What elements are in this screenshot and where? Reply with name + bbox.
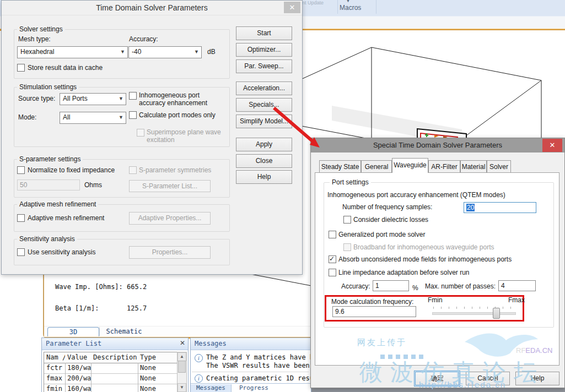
par-sweep-button[interactable]: Par. Sweep... [236,59,292,73]
sensitivity-checkbox[interactable] [17,248,25,256]
info-icon: i [195,374,203,383]
sparam-symmetries-checkbox [129,166,137,174]
message-line: The VSWR results have been succ [206,362,311,369]
info-icon: i [195,354,203,362]
apply-button[interactable]: Apply [236,138,292,151]
table-cell[interactable]: None [138,363,180,374]
close-icon[interactable]: ✕ [542,139,562,152]
start-button[interactable]: Start [236,26,292,40]
tab-waveguide[interactable]: Waveguide [392,158,428,173]
table-cell[interactable]: fmin [44,384,66,392]
chevron-down-icon: ▼ [119,112,123,122]
close-icon[interactable]: ✕ [284,2,300,13]
tab-material[interactable]: Material [460,160,487,172]
messages-title: Messages [195,340,227,347]
cancel-button[interactable]: Cancel [466,372,510,385]
calculate-port-modes-checkbox[interactable] [129,111,137,119]
calculate-port-modes-label: Calculate port modes only [139,111,216,119]
accuracy-select[interactable]: -40 ▼ [128,46,202,58]
table-cell[interactable]: None [138,384,180,392]
fmin-label: Fmin [428,296,443,304]
dialog-titlebar: Special Time Domain Solver Parameters [311,138,564,153]
mode-info-line: Beta [1/m]: 125.7 [55,305,163,312]
source-type-select[interactable]: All Ports ▼ [60,93,126,105]
mode-info-line: Wave Imp. [Ohms]: 665.2 [55,284,163,291]
adaptive-mesh-label: Adaptive mesh refinement [28,214,104,222]
group-label: Sensitivity analysis [17,235,77,243]
tab-solver[interactable]: Solver [487,160,511,172]
parameter-list-header[interactable]: Parameter List ✕ [42,338,188,350]
scroll-up-icon[interactable]: ▲ [177,352,186,361]
superimpose-checkbox [137,129,144,137]
adaptive-mesh-checkbox[interactable] [17,214,25,222]
table-cell[interactable] [91,373,138,384]
mode-select[interactable]: All ▼ [60,112,126,124]
qtem-label: Inhomogeneous port accuracy enhancement … [327,191,505,199]
col-header-value[interactable]: Value [65,352,92,363]
table-cell[interactable]: fctr [44,363,66,374]
scrollbar[interactable]: ▲ ▼ [177,352,187,392]
dialog-title: Special Time Domain Solver Parameters [311,138,564,153]
simplify-model-button[interactable]: Simplify Model... [236,115,292,128]
scroll-down-icon[interactable]: ▼ [177,383,186,392]
ribbon-partial-label: nt Update [302,0,324,6]
mesh-type-label: Mesh type: [18,35,51,43]
tab-schematic[interactable]: Schematic [99,327,148,336]
scroll-thumb[interactable] [178,361,186,373]
col-header-description[interactable]: Description [91,352,138,363]
table-cell[interactable] [91,363,138,374]
generalized-port-label: Generalized port mode solver [338,231,425,238]
mesh-type-select[interactable]: Hexahedral ▼ [17,46,128,58]
frequency-slider-track[interactable] [432,312,516,315]
tab-messages[interactable]: Messages [191,384,232,392]
ribbon-group-macros[interactable]: Macros [340,4,361,12]
parameter-list-title: Parameter List [46,340,101,347]
close-button[interactable]: Close [236,154,292,168]
impedance-input: 50 [17,179,80,190]
frequency-slider-thumb[interactable] [493,308,500,319]
acceleration-button[interactable]: Acceleration... [236,81,292,95]
group-label: Solver settings [17,25,65,33]
tab-progress[interactable]: Progress [234,384,274,392]
line-impedance-checkbox[interactable] [329,269,336,276]
col-header-type[interactable]: Type [138,352,180,363]
generalized-port-checkbox[interactable] [329,231,336,238]
accuracy-label: Accuracy: [341,282,370,290]
freq-samples-label: Number of frequency samples: [342,203,432,211]
mode-calc-freq-input[interactable]: 9.6 [332,306,416,317]
chevron-down-icon: ▼ [120,47,125,57]
dialog-title: Time Domain Solver Parameters [2,1,302,15]
messages-header[interactable]: Messages [191,338,311,350]
dielectric-losses-label: Consider dielectric losses [353,216,428,224]
table-cell[interactable] [91,384,138,392]
store-cache-checkbox[interactable] [17,64,25,72]
help-button[interactable]: Help [236,170,292,184]
inhomogeneous-port-checkbox[interactable] [129,92,137,100]
table-cell[interactable]: 160/wav [65,384,92,392]
freq-samples-input[interactable]: 20 [464,202,536,213]
table-cell[interactable]: 180/wav [65,363,92,374]
db-unit-label: dB [207,48,216,56]
max-passes-input[interactable]: 4 [498,280,536,291]
tab-3d[interactable]: 3D [47,327,99,336]
specials-button[interactable]: Specials... [236,98,292,112]
help-button[interactable]: Help [515,372,559,385]
tab-ar-filter[interactable]: AR-Filter [428,160,460,172]
close-icon[interactable]: ✕ [180,339,185,347]
chevron-down-icon: ▼ [119,94,123,104]
accuracy-input[interactable]: 1 [373,280,409,291]
tab-general[interactable]: General [361,160,392,172]
time-domain-solver-dialog: Time Domain Solver Parameters ✕ Solver s… [1,0,303,275]
ok-button[interactable]: 确定 [415,372,459,385]
tab-steady-state[interactable]: Steady State [319,160,361,172]
table-cell[interactable]: fmax [44,373,66,384]
dielectric-losses-checkbox[interactable] [343,216,351,224]
table-cell[interactable]: 200/wav [65,373,92,384]
ribbon-separator [337,0,338,14]
col-header-name[interactable]: Nam / [44,352,66,363]
normalize-impedance-checkbox[interactable] [17,166,25,174]
normalize-impedance-label: Normalize to fixed impedance [28,166,115,174]
table-cell[interactable]: None [138,373,180,384]
optimizer-button[interactable]: Optimizer... [236,43,292,57]
absorb-modes-checkbox[interactable] [329,255,336,263]
